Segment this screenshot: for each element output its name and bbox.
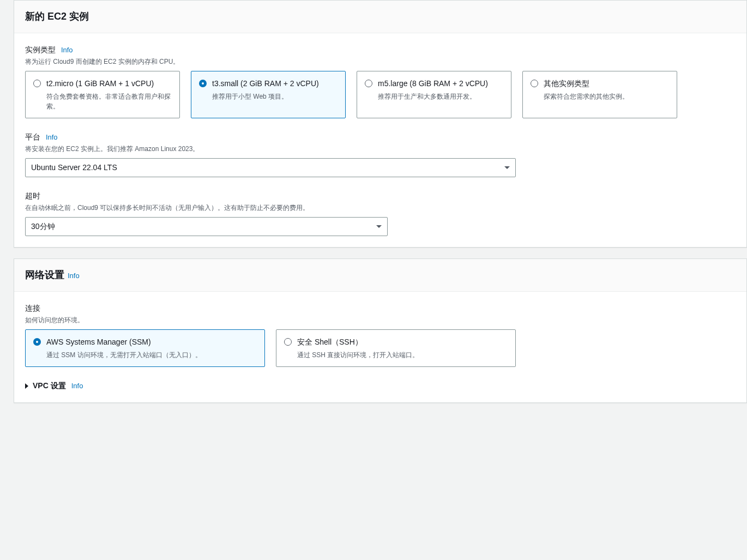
tile-desc: 通过 SSH 直接访问环境，打开入站端口。 [297,350,508,360]
panel-header: 新的 EC2 实例 [14,1,746,33]
timeout-section: 超时 在自动休眠之前，Cloud9 可以保持多长时间不活动（无用户输入）。这有助… [25,190,736,236]
info-link[interactable]: Info [71,381,83,392]
radio-icon [531,80,538,87]
platform-desc: 将安装在您的 EC2 实例上。我们推荐 Amazon Linux 2023。 [25,144,736,154]
timeout-select[interactable]: 30分钟 [25,217,388,236]
radio-icon [365,80,372,87]
timeout-value: 30分钟 [31,221,55,232]
connection-section: 连接 如何访问您的环境。 AWS Systems Manager (SSM) 通… [25,303,736,367]
panel-header: 网络设置 Info [14,259,746,292]
connection-label: 连接 [25,303,736,314]
tile-title: 安全 Shell（SSH） [297,336,508,348]
panel-title: 网络设置 [25,268,64,282]
panel-title: 新的 EC2 实例 [25,9,736,24]
platform-label: 平台 [25,133,40,141]
radio-icon [33,80,41,87]
tile-desc: 探索符合您需求的其他实例。 [544,92,669,101]
chevron-down-icon [504,166,510,169]
connection-tile-ssm[interactable]: AWS Systems Manager (SSM) 通过 SSM 访问环境，无需… [25,329,265,367]
vpc-label: VPC 设置 [33,380,66,392]
network-settings-panel: 网络设置 Info 连接 如何访问您的环境。 AWS Systems Manag… [14,258,747,403]
platform-section: 平台 Info 将安装在您的 EC2 实例上。我们推荐 Amazon Linux… [25,131,736,177]
vpc-settings-expander[interactable]: VPC 设置 Info [25,380,736,392]
instance-tile-other[interactable]: 其他实例类型 探索符合您需求的其他实例。 [522,71,677,118]
tile-title: m5.large (8 GiB RAM + 2 vCPU) [378,78,503,89]
info-link[interactable]: Info [68,270,80,281]
radio-icon [199,80,207,87]
tile-title: AWS Systems Manager (SSM) [46,336,257,348]
ec2-instance-panel: 新的 EC2 实例 实例类型 Info 将为运行 Cloud9 而创建的 EC2… [14,0,747,248]
tile-title: t2.micro (1 GiB RAM + 1 vCPU) [46,78,172,89]
tile-desc: 推荐用于生产和大多数通用开发。 [378,92,503,101]
instance-tile-t2-micro[interactable]: t2.micro (1 GiB RAM + 1 vCPU) 符合免费套餐资格。非… [25,71,180,118]
instance-type-desc: 将为运行 Cloud9 而创建的 EC2 实例的内存和 CPU。 [25,57,736,67]
timeout-label: 超时 [25,190,736,202]
radio-icon [284,338,292,346]
section-label: 平台 Info [25,131,736,143]
instance-tile-m5-large[interactable]: m5.large (8 GiB RAM + 2 vCPU) 推荐用于生产和大多数… [357,71,511,118]
timeout-desc: 在自动休眠之前，Cloud9 可以保持多长时间不活动（无用户输入）。这有助于防止… [25,203,736,213]
instance-type-label: 实例类型 [25,45,56,54]
connection-desc: 如何访问您的环境。 [25,315,736,325]
tile-title: 其他实例类型 [544,78,669,89]
radio-icon [33,338,41,346]
instance-type-section: 实例类型 Info 将为运行 Cloud9 而创建的 EC2 实例的内存和 CP… [25,44,736,118]
tile-title: t3.small (2 GiB RAM + 2 vCPU) [212,78,338,89]
platform-select[interactable]: Ubuntu Server 22.04 LTS [25,158,516,177]
chevron-down-icon [376,225,382,228]
triangle-right-icon [25,383,28,389]
tile-desc: 符合免费套餐资格。非常适合教育用户和探索。 [46,92,172,111]
platform-value: Ubuntu Server 22.04 LTS [31,162,117,173]
tile-desc: 推荐用于小型 Web 项目。 [212,92,338,101]
instance-tile-t3-small[interactable]: t3.small (2 GiB RAM + 2 vCPU) 推荐用于小型 Web… [191,71,346,118]
section-label: 实例类型 Info [25,44,736,56]
info-link[interactable]: Info [46,133,58,141]
connection-tile-ssh[interactable]: 安全 Shell（SSH） 通过 SSH 直接访问环境，打开入站端口。 [276,329,516,367]
tile-desc: 通过 SSM 访问环境，无需打开入站端口（无入口）。 [46,350,257,360]
info-link[interactable]: Info [61,46,73,54]
